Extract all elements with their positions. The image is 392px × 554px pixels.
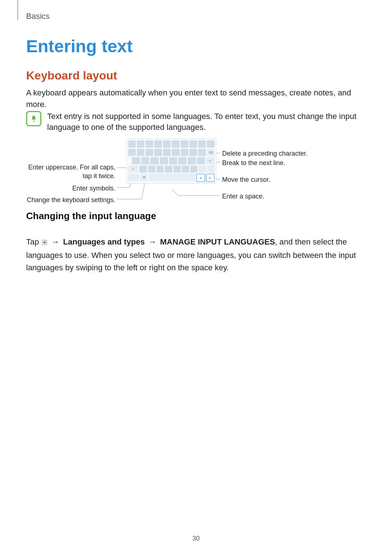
symbols-key-icon: ,	[207, 165, 215, 173]
note-text: Text entry is not supported in some lang…	[47, 111, 360, 133]
page-number: 30	[0, 535, 392, 542]
shift-key-icon: ⇧	[128, 165, 138, 173]
cursor-right-key-icon: ▸	[206, 174, 215, 182]
page-title: Entering text	[26, 36, 132, 56]
space-key	[149, 174, 195, 181]
keyboard-row: ⌫	[128, 149, 215, 156]
symbols-mode-key	[128, 174, 139, 181]
header-divider	[17, 0, 18, 20]
svg-point-0	[44, 242, 45, 243]
cursor-left-key-icon: ◂	[196, 174, 205, 182]
section-title: Keyboard layout	[26, 69, 117, 82]
intro-paragraph: A keyboard appears automatically when yo…	[26, 87, 360, 110]
callout-shift-1: Enter uppercase. For all caps,	[25, 163, 115, 171]
callout-space: Enter a space.	[222, 192, 264, 200]
callout-shift-2: tap it twice.	[25, 172, 115, 180]
callout-settings: Change the keyboard settings.	[25, 196, 115, 204]
callout-delete: Delete a preceding character.	[222, 149, 307, 157]
instruction-paragraph: Tap → Languages and types → MANAGE INPUT…	[26, 236, 364, 274]
settings-key-icon: ⚙	[140, 174, 148, 181]
keyboard-row: ⇧ . ,	[128, 165, 215, 173]
keyboard-illustration: ⌫ ↵ ⇧ . , ⚙ ◂ ▸	[126, 139, 216, 184]
instruction-step-2: MANAGE INPUT LANGUAGES	[160, 237, 275, 246]
instruction-step-1: Languages and types	[63, 237, 145, 246]
symbols-key-icon: .	[199, 165, 206, 173]
callout-cursor: Move the cursor.	[222, 176, 270, 184]
arrow-icon: →	[50, 237, 61, 246]
return-key-icon: ↵	[206, 157, 215, 164]
callout-return: Break to the next line.	[222, 159, 285, 167]
instruction-prefix: Tap	[26, 237, 41, 246]
gear-icon	[41, 237, 48, 249]
backspace-key-icon: ⌫	[207, 149, 215, 156]
keyboard-diagram: ⌫ ↵ ⇧ . , ⚙ ◂ ▸ Enter uppercase. For all…	[25, 139, 367, 208]
keyboard-row: ⚙ ◂ ▸	[128, 174, 215, 182]
callout-symbols: Enter symbols.	[25, 184, 115, 192]
arrow-icon: →	[147, 237, 158, 246]
bell-icon	[26, 111, 41, 126]
keyboard-row	[128, 140, 215, 148]
keyboard-row: ↵	[128, 157, 215, 164]
breadcrumb: Basics	[26, 12, 50, 21]
subsection-title: Changing the input language	[26, 210, 156, 222]
note-box: Text entry is not supported in some lang…	[26, 111, 360, 133]
